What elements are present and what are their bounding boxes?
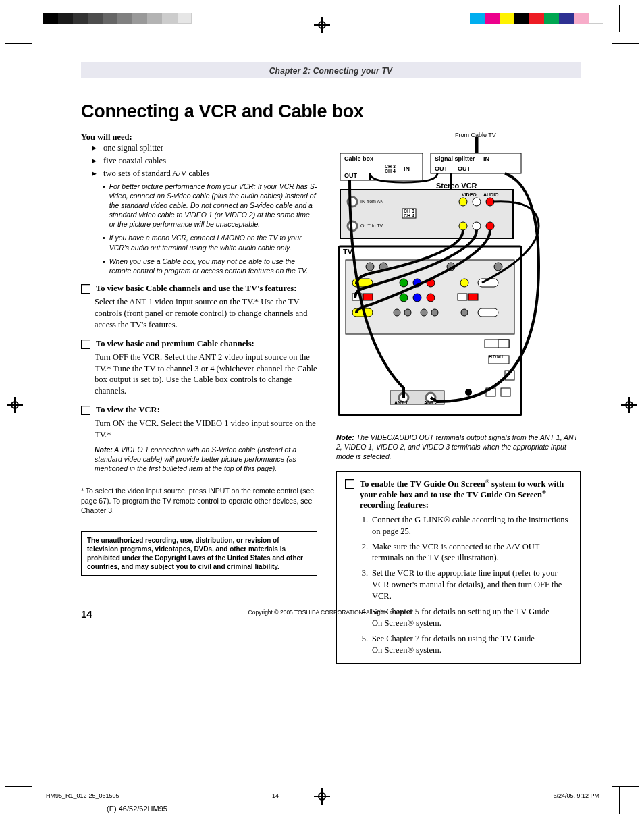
svg-point-24 — [460, 279, 468, 287]
footnote: * To select the video input source, pres… — [81, 486, 317, 515]
need-item: two sets of standard A/V cables — [92, 169, 317, 179]
checkbox-icon — [81, 284, 90, 294]
svg-point-35 — [404, 309, 411, 316]
svg-point-37 — [431, 309, 438, 316]
ant2-label: ANT 2 — [424, 400, 437, 405]
right-column: From Cable TV Cable box Signal splitter … — [336, 132, 581, 664]
out-label: OUT — [458, 165, 471, 172]
tip-item: When you use a Cable box, you may not be… — [103, 256, 317, 275]
svg-point-46 — [465, 389, 472, 396]
step-item: 1.Connect the G-LINK® cable according to… — [358, 514, 572, 537]
tv-guide-title: To enable the TV Guide On Screen® system… — [360, 479, 572, 510]
svg-point-16 — [366, 263, 374, 271]
in-label: IN — [483, 155, 489, 162]
ch4-label: CH 4 — [385, 169, 396, 173]
footer-date: 6/24/05, 9:12 PM — [553, 792, 599, 799]
you-will-need-heading: You will need: — [81, 132, 317, 143]
checkbox-icon — [81, 340, 90, 349]
in-from-ant-label: IN from ANT — [360, 199, 387, 204]
content-area: Chapter 2: Connecting your TV Connecting… — [81, 62, 581, 664]
svg-point-38 — [461, 309, 468, 316]
triangle-bullet-icon — [92, 143, 97, 153]
svg-point-36 — [421, 309, 427, 316]
svg-rect-27 — [363, 294, 373, 300]
svg-point-21 — [400, 279, 408, 287]
section-body: Turn ON the VCR. Select the VIDEO 1 vide… — [95, 418, 317, 441]
out-to-tv-label: OUT to TV — [360, 223, 383, 228]
ant1-label: ANT 1 — [394, 400, 408, 405]
tv-label: TV — [343, 248, 352, 256]
audio-label: AUDIO — [483, 192, 499, 197]
ch3-label: CH 3 — [404, 209, 414, 213]
vcr-note: Note: A VIDEO 1 connection with an S-Vid… — [95, 445, 317, 474]
svg-rect-45 — [501, 388, 510, 396]
footer-page: 14 — [272, 792, 279, 799]
svg-point-7 — [459, 198, 467, 206]
registration-mark-icon — [7, 397, 23, 413]
connection-diagram: From Cable TV Cable box Signal splitter … — [336, 132, 581, 422]
checkbox-icon — [345, 479, 354, 489]
dot-bullet-icon — [103, 182, 105, 229]
dot-bullet-icon — [103, 256, 105, 275]
tv-guide-box: To enable the TV Guide On Screen® system… — [336, 471, 581, 665]
registration-mark-icon — [314, 17, 330, 33]
color-bar-cmyk — [470, 13, 603, 24]
page-title: Connecting a VCR and Cable box — [81, 101, 581, 122]
hdmi-label: HDMI — [489, 354, 504, 359]
step-item: 3.Set the VCR to the appropriate line in… — [358, 568, 572, 602]
section-basic-cable: To view basic Cable channels and use the… — [81, 283, 317, 294]
out-label: OUT — [435, 165, 448, 172]
footer-filename: HM95_R1_012-25_061505 — [46, 792, 119, 799]
section-premium-cable: To view basic and premium Cable channels… — [81, 339, 317, 349]
svg-point-29 — [413, 294, 421, 302]
diagram-note: Note: The VIDEO/AUDIO OUT terminals outp… — [336, 433, 581, 462]
footer-meta: HM95_R1_012-25_061505 14 6/24/05, 9:12 P… — [46, 792, 599, 799]
tv-guide-heading: To enable the TV Guide On Screen® system… — [345, 479, 572, 510]
section-view-vcr: To view the VCR: — [81, 405, 317, 415]
copyright: Copyright © 2005 TOSHIBA CORPORATION. Al… — [81, 609, 581, 616]
stereo-vcr-label: Stereo VCR — [436, 182, 477, 190]
svg-rect-41 — [498, 340, 509, 348]
svg-point-19 — [494, 263, 502, 271]
svg-rect-31 — [458, 294, 467, 300]
two-column-layout: You will need: one signal splitter five … — [81, 132, 581, 664]
tip-item: For better picture performance from your… — [103, 182, 317, 229]
registration-mark-icon — [621, 397, 637, 413]
footnote-rule — [81, 483, 128, 483]
svg-point-12 — [486, 222, 494, 230]
step-item: 5.See Chapter 7 for details on using the… — [358, 633, 572, 656]
left-column: You will need: one signal splitter five … — [81, 132, 317, 664]
page: Chapter 2: Connecting your TV Connecting… — [0, 0, 644, 814]
diagram-svg — [336, 132, 581, 422]
need-item: five coaxial cables — [92, 156, 317, 166]
tip-item: If you have a mono VCR, connect L/MONO o… — [103, 233, 317, 252]
legal-warning-box: The unauthorized recording, use, distrib… — [81, 531, 317, 576]
chapter-header: Chapter 2: Connecting your TV — [81, 62, 581, 78]
dot-bullet-icon — [103, 233, 105, 252]
need-item: one signal splitter — [92, 143, 317, 153]
svg-point-10 — [459, 222, 467, 230]
svg-rect-39 — [478, 308, 498, 317]
checkbox-icon — [81, 406, 90, 415]
triangle-bullet-icon — [92, 156, 97, 166]
svg-point-28 — [400, 294, 408, 302]
section-body: Select the ANT 1 video input source on t… — [95, 296, 317, 331]
svg-point-8 — [473, 198, 481, 206]
page-number: 14 — [81, 608, 92, 620]
video-label: VIDEO — [462, 192, 477, 197]
svg-rect-32 — [468, 294, 478, 300]
ch3-label: CH 3 — [385, 164, 396, 169]
svg-point-34 — [394, 309, 400, 316]
svg-point-11 — [473, 222, 481, 230]
out-label: OUT — [344, 172, 357, 179]
cable-box-label: Cable box — [344, 155, 373, 162]
in-label: IN — [404, 165, 410, 172]
signal-splitter-label: Signal splitter — [435, 155, 475, 162]
color-bar-grayscale — [43, 13, 192, 24]
triangle-bullet-icon — [92, 169, 97, 179]
step-item: 2.Make sure the VCR is connected to the … — [358, 541, 572, 564]
svg-point-30 — [427, 294, 435, 302]
ch4-label: CH 4 — [404, 213, 414, 218]
model-number: (E) 46/52/62HM95 — [107, 805, 167, 813]
from-cable-label: From Cable TV — [455, 132, 496, 138]
